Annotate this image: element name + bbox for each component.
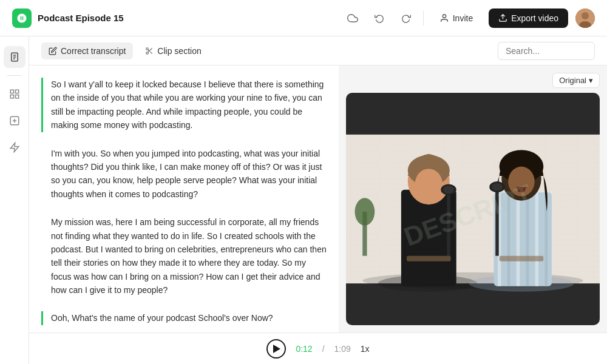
- svg-rect-50: [407, 256, 451, 261]
- export-label: Export video: [511, 13, 558, 23]
- sidebar-item-add[interactable]: [4, 110, 25, 132]
- export-button[interactable]: Export video: [489, 8, 568, 28]
- current-time: 0:12: [296, 344, 312, 354]
- cloud-icon: [347, 13, 358, 24]
- invite-button[interactable]: Invite: [431, 9, 481, 27]
- video-panel: Original ▾: [339, 66, 607, 332]
- svg-point-46: [443, 186, 454, 194]
- transcript-text-1: So I want y'all to keep it locked becaus…: [51, 78, 327, 132]
- sidebar-divider: [7, 75, 22, 76]
- svg-point-17: [146, 47, 149, 50]
- svg-point-18: [146, 52, 149, 54]
- app-container: Podcast Episode 15: [0, 0, 607, 364]
- svg-point-0: [443, 15, 446, 18]
- playbar: 0:12 / 1:09 1x: [29, 332, 607, 364]
- app-title: Podcast Episode 15: [38, 13, 343, 23]
- redo-icon: [401, 13, 411, 23]
- video-frame: DESCRIPT: [346, 93, 600, 325]
- clip-section-button[interactable]: Clip section: [138, 42, 208, 59]
- transcript-block-3: My mission was, here I am being successf…: [41, 215, 327, 297]
- toolbar: Correct transcript Clip section: [29, 36, 607, 66]
- total-time: 1:09: [334, 344, 351, 354]
- svg-point-53: [355, 198, 375, 225]
- speed-button[interactable]: 1x: [361, 344, 370, 354]
- sidebar-item-effects[interactable]: [4, 136, 25, 158]
- svg-point-3: [582, 12, 589, 19]
- logo-icon: [16, 13, 27, 24]
- undo-icon: [375, 13, 384, 23]
- scissors-icon: [145, 47, 154, 55]
- play-button[interactable]: [266, 339, 286, 359]
- redo-button[interactable]: [396, 8, 416, 28]
- original-label: Original: [559, 76, 586, 85]
- play-icon: [273, 345, 280, 353]
- clip-section-label: Clip section: [157, 46, 201, 56]
- correct-transcript-label: Correct transcript: [61, 46, 126, 56]
- split-panel: So I want y'all to keep it locked becaus…: [29, 66, 607, 332]
- export-icon: [498, 13, 507, 22]
- sidebar: [0, 36, 29, 364]
- avatar-image: [575, 8, 595, 28]
- add-icon: [9, 115, 20, 126]
- svg-rect-12: [15, 95, 18, 98]
- svg-line-21: [148, 49, 149, 50]
- layout-icon: [9, 89, 20, 99]
- transcript-block-4: Ooh, What's the name of your podcast Sch…: [41, 311, 327, 325]
- undo-button[interactable]: [370, 8, 389, 28]
- svg-rect-10: [15, 90, 18, 93]
- content-area: Correct transcript Clip section: [29, 36, 607, 364]
- transcript-text-2: I'm with you. So when you jumped into po…: [51, 147, 327, 201]
- speed-label: 1x: [361, 344, 370, 354]
- svg-line-20: [151, 52, 152, 53]
- svg-rect-51: [500, 256, 544, 261]
- time-separator: /: [322, 344, 325, 354]
- transcript-text-3: My mission was, here I am being successf…: [51, 215, 327, 297]
- svg-rect-11: [10, 95, 13, 98]
- cloud-icon-button[interactable]: [343, 8, 362, 28]
- sidebar-item-pages[interactable]: [4, 46, 25, 68]
- main-content: Correct transcript Clip section: [0, 36, 607, 364]
- invite-label: Invite: [453, 13, 473, 23]
- pencil-icon: [49, 47, 57, 55]
- header: Podcast Episode 15: [0, 0, 607, 36]
- svg-rect-9: [10, 90, 13, 93]
- transcript-text-4: Ooh, What's the name of your podcast Sch…: [51, 311, 327, 325]
- transcript-block-1: So I want y'all to keep it locked becaus…: [41, 78, 327, 132]
- video-content: DESCRIPT: [346, 93, 600, 325]
- header-divider: [423, 11, 424, 25]
- transcript-block-2: I'm with you. So when you jumped into po…: [41, 147, 327, 201]
- app-logo: [12, 8, 32, 28]
- effects-icon: [9, 142, 20, 153]
- original-dropdown[interactable]: Original ▾: [552, 73, 600, 88]
- search-input[interactable]: [498, 42, 595, 60]
- person-icon: [439, 13, 449, 23]
- video-header: Original ▾: [346, 73, 600, 88]
- svg-marker-16: [10, 143, 19, 152]
- sidebar-item-layout[interactable]: [4, 83, 25, 105]
- pages-icon: [9, 52, 20, 62]
- dropdown-arrow: ▾: [589, 76, 593, 85]
- header-actions: Invite Export video: [343, 8, 595, 28]
- avatar: [575, 8, 595, 28]
- svg-point-31: [415, 169, 443, 200]
- transcript-panel: So I want y'all to keep it locked becaus…: [29, 66, 339, 332]
- correct-transcript-button[interactable]: Correct transcript: [41, 42, 133, 59]
